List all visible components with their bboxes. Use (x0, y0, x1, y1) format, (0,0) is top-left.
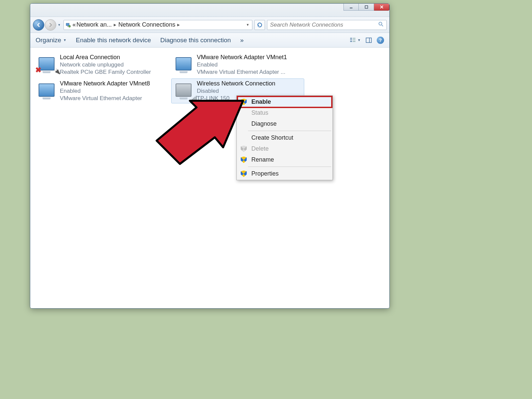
connection-status: Network cable unplugged (60, 62, 151, 68)
shield-icon (239, 171, 248, 177)
back-button[interactable] (33, 19, 44, 31)
toolbar-overflow[interactable]: » (240, 37, 244, 44)
chevron-right-icon[interactable]: ▶ (112, 23, 118, 27)
search-input[interactable] (270, 22, 378, 28)
connection-device: Realtek PCIe GBE Family Controller (60, 69, 151, 75)
svg-point-4 (68, 25, 70, 27)
breadcrumb-level-2[interactable]: Network Connections (118, 21, 175, 28)
svg-rect-9 (350, 41, 352, 42)
network-icon (174, 80, 194, 100)
shield-icon (239, 157, 248, 163)
close-button[interactable] (374, 3, 389, 11)
connection-device: VMware Virtual Ethernet Adapter ... (197, 69, 287, 75)
address-bar[interactable]: « Network an... ▶ Network Connections ▶ … (64, 20, 252, 30)
context-menu-delete: Delete (237, 143, 332, 154)
context-menu: Enable Status Diagnose Create Shortcut D… (236, 95, 333, 180)
network-icon: ✖ 🔌 (37, 54, 57, 74)
address-dropdown-icon[interactable]: ▼ (245, 23, 251, 27)
minimize-button[interactable] (343, 3, 359, 11)
svg-rect-0 (350, 8, 352, 8)
diagnose-connection-button[interactable]: Diagnose this connection (160, 37, 231, 44)
nav-history-dropdown[interactable]: ▼ (57, 21, 62, 29)
window-controls (343, 3, 389, 11)
view-options-button[interactable]: ▼ (349, 37, 361, 44)
maximize-button[interactable] (359, 3, 374, 11)
content-area: ✖ 🔌 Local Area Connection Network cable … (30, 48, 389, 308)
connection-item[interactable]: VMware Network Adapter VMnet1 Enabled VM… (171, 52, 304, 77)
chevron-down-icon: ▼ (357, 38, 361, 42)
menu-separator (248, 167, 331, 167)
svg-line-6 (382, 25, 383, 26)
context-menu-enable[interactable]: Enable (237, 96, 332, 107)
svg-rect-2 (66, 23, 69, 26)
toolbar: Organize ▼ Enable this network device Di… (30, 33, 389, 48)
context-menu-create-shortcut[interactable]: Create Shortcut (237, 132, 332, 143)
explorer-window: ▼ « Network an... ▶ Network Connections … (30, 3, 390, 309)
organize-label: Organize (36, 37, 61, 44)
chevron-right-icon[interactable]: ▶ (176, 23, 181, 27)
svg-rect-3 (67, 26, 68, 27)
organize-menu[interactable]: Organize ▼ (36, 37, 66, 44)
search-box[interactable] (267, 20, 387, 30)
chevron-down-icon: ▼ (63, 38, 66, 42)
connection-status: Disabled (197, 88, 275, 94)
network-icon (174, 54, 194, 74)
connection-title: VMware Network Adapter VMnet8 (60, 80, 150, 87)
svg-rect-10 (353, 38, 355, 39)
connection-title: VMware Network Adapter VMnet1 (197, 54, 287, 61)
connection-device: VMware Virtual Ethernet Adapter (60, 95, 150, 102)
svg-rect-7 (350, 38, 352, 39)
cable-icon: 🔌 (54, 68, 61, 74)
connection-title: Local Area Connection (60, 54, 151, 61)
menu-separator (248, 131, 331, 131)
connection-status: Enabled (197, 62, 287, 68)
svg-point-5 (379, 22, 382, 25)
connection-status: Enabled (60, 88, 150, 94)
connection-item[interactable]: ✖ 🔌 Local Area Connection Network cable … (34, 52, 167, 77)
toolbar-right: ▼ ? (349, 37, 384, 44)
breadcrumb-level-1[interactable]: Network an... (76, 21, 112, 28)
location-icon (65, 22, 71, 28)
search-icon (378, 22, 384, 28)
breadcrumb-overflow[interactable]: « (72, 21, 76, 28)
forward-button[interactable] (45, 19, 56, 31)
context-menu-rename[interactable]: Rename (237, 154, 332, 165)
connection-title: Wireless Network Connection (197, 80, 275, 87)
diagnose-label: Diagnose this connection (160, 37, 231, 44)
context-menu-properties[interactable]: Properties (237, 168, 332, 179)
titlebar (30, 4, 389, 17)
enable-device-button[interactable]: Enable this network device (76, 37, 151, 44)
wifi-signal-icon (191, 96, 197, 101)
context-menu-status: Status (237, 107, 332, 118)
svg-rect-12 (353, 41, 355, 42)
error-x-icon: ✖ (35, 66, 41, 74)
context-menu-diagnose[interactable]: Diagnose (237, 118, 332, 129)
svg-rect-11 (353, 40, 355, 40)
network-icon (37, 80, 57, 100)
shield-icon (239, 99, 248, 105)
svg-rect-1 (365, 6, 368, 8)
nav-buttons: ▼ (33, 19, 62, 31)
preview-pane-button[interactable] (365, 37, 372, 44)
enable-device-label: Enable this network device (76, 37, 151, 44)
svg-rect-13 (366, 38, 371, 43)
connection-item[interactable]: VMware Network Adapter VMnet8 Enabled VM… (34, 78, 167, 103)
refresh-button[interactable] (254, 20, 265, 30)
svg-rect-8 (350, 40, 352, 40)
breadcrumb: « Network an... ▶ Network Connections ▶ … (72, 21, 251, 28)
navigation-row: ▼ « Network an... ▶ Network Connections … (30, 17, 389, 33)
help-button[interactable]: ? (377, 37, 384, 44)
shield-icon (239, 146, 248, 152)
